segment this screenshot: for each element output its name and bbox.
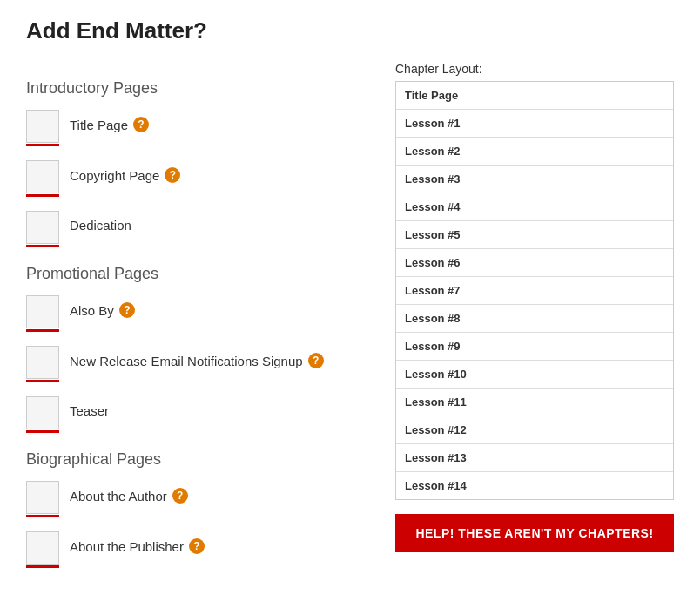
- item-label-teaser: Teaser: [70, 396, 109, 418]
- help-icon-title-page[interactable]: ?: [133, 117, 149, 132]
- item-label-title-page: Title Page?: [70, 110, 149, 132]
- item-row-new-release: New Release Email Notifications Signup?: [26, 346, 360, 382]
- item-row-also-by: Also By?: [26, 295, 360, 332]
- checkbox-dedication[interactable]: [26, 211, 59, 244]
- checkbox-container-teaser: [26, 396, 59, 433]
- help-icon-new-release[interactable]: ?: [308, 353, 324, 368]
- item-label-copyright-page: Copyright Page?: [70, 160, 180, 183]
- item-text-also-by: Also By: [70, 303, 114, 318]
- red-line-title-page: [26, 144, 59, 146]
- chapter-item-4: Lesson #4: [396, 193, 673, 221]
- checkbox-container-copyright-page: [26, 160, 59, 197]
- chapter-item-13: Lesson #13: [396, 444, 673, 472]
- red-line-teaser: [26, 430, 59, 433]
- item-row-dedication: Dedication: [26, 211, 360, 247]
- item-row-copyright-page: Copyright Page?: [26, 160, 360, 197]
- item-text-new-release: New Release Email Notifications Signup: [70, 354, 303, 368]
- checkbox-container-dedication: [26, 211, 59, 247]
- chapter-item-1: Lesson #1: [396, 110, 673, 138]
- chapter-layout-label: Chapter Layout:: [395, 62, 674, 76]
- item-row-title-page: Title Page?: [26, 110, 360, 146]
- checkbox-container-also-by: [26, 295, 59, 332]
- item-label-dedication: Dedication: [70, 211, 131, 233]
- chapter-item-12: Lesson #12: [396, 416, 673, 444]
- right-panel: Chapter Layout: Title PageLesson #1Lesso…: [395, 62, 674, 552]
- item-text-teaser: Teaser: [70, 403, 109, 418]
- chapter-item-7: Lesson #7: [396, 277, 673, 305]
- red-line-about-author: [26, 515, 59, 517]
- help-icon-copyright-page[interactable]: ?: [165, 167, 180, 183]
- chapter-item-5: Lesson #5: [396, 221, 673, 249]
- chapter-item-14: Lesson #14: [396, 472, 673, 499]
- main-layout: Introductory PagesTitle Page?Copyright P…: [26, 62, 674, 582]
- checkbox-teaser[interactable]: [26, 396, 59, 429]
- checkbox-container-new-release: [26, 346, 59, 382]
- checkbox-about-publisher[interactable]: [26, 531, 59, 565]
- checkbox-about-author[interactable]: [26, 481, 59, 514]
- item-text-about-author: About the Author: [70, 489, 167, 504]
- item-label-about-publisher: About the Publisher?: [70, 531, 205, 554]
- red-line-about-publisher: [26, 565, 59, 568]
- item-row-about-publisher: About the Publisher?: [26, 531, 360, 568]
- checkbox-also-by[interactable]: [26, 295, 59, 328]
- chapter-item-0: Title Page: [396, 82, 673, 110]
- chapter-list: Title PageLesson #1Lesson #2Lesson #3Les…: [395, 81, 674, 500]
- red-line-also-by: [26, 329, 59, 332]
- checkbox-new-release[interactable]: [26, 346, 59, 379]
- red-line-new-release: [26, 380, 59, 382]
- help-icon-also-by[interactable]: ?: [119, 302, 135, 318]
- item-text-title-page: Title Page: [70, 118, 128, 132]
- chapter-item-3: Lesson #3: [396, 166, 673, 193]
- item-row-teaser: Teaser: [26, 396, 360, 433]
- chapter-item-11: Lesson #11: [396, 389, 673, 416]
- red-line-dedication: [26, 245, 59, 247]
- item-label-about-author: About the Author?: [70, 481, 188, 504]
- chapter-item-9: Lesson #9: [396, 333, 673, 361]
- red-line-copyright-page: [26, 194, 59, 197]
- chapter-item-8: Lesson #8: [396, 305, 673, 333]
- item-text-dedication: Dedication: [70, 218, 131, 233]
- page-title: Add End Matter?: [26, 17, 674, 44]
- section-title-biographical: Biographical Pages: [26, 450, 360, 469]
- chapter-item-10: Lesson #10: [396, 361, 673, 389]
- help-chapters-button[interactable]: HELP! THESE AREN'T MY CHAPTERS!: [395, 514, 674, 552]
- item-row-about-author: About the Author?: [26, 481, 360, 517]
- checkbox-container-about-publisher: [26, 531, 59, 568]
- chapter-item-6: Lesson #6: [396, 249, 673, 277]
- item-text-about-publisher: About the Publisher: [70, 539, 184, 554]
- checkbox-container-title-page: [26, 110, 59, 146]
- help-icon-about-publisher[interactable]: ?: [189, 538, 205, 554]
- checkbox-title-page[interactable]: [26, 110, 59, 143]
- help-icon-about-author[interactable]: ?: [172, 488, 188, 504]
- section-title-introductory: Introductory Pages: [26, 79, 360, 98]
- item-text-copyright-page: Copyright Page: [70, 168, 159, 183]
- checkbox-copyright-page[interactable]: [26, 160, 59, 193]
- item-label-new-release: New Release Email Notifications Signup?: [70, 346, 324, 368]
- section-title-promotional: Promotional Pages: [26, 265, 360, 283]
- item-label-also-by: Also By?: [70, 295, 135, 318]
- left-panel: Introductory PagesTitle Page?Copyright P…: [26, 62, 360, 582]
- checkbox-container-about-author: [26, 481, 59, 517]
- chapter-item-2: Lesson #2: [396, 138, 673, 166]
